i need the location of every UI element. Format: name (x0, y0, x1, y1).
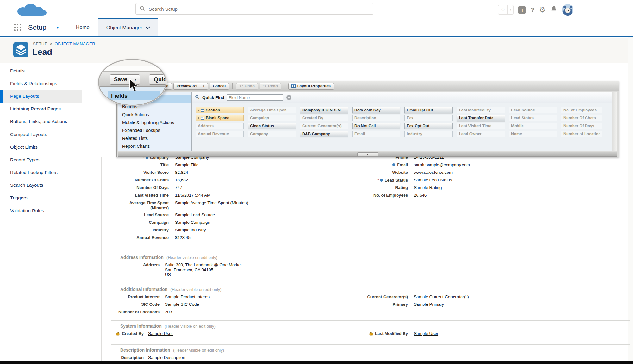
palette-item-d-b-company[interactable]: D&B Company (300, 131, 348, 137)
field-dot-icon (380, 179, 383, 182)
section-drag-handle-icon[interactable] (116, 348, 117, 352)
palette-item-last-modified-by[interactable]: Last Modified By (457, 107, 505, 113)
field-value-link[interactable]: Sample User (148, 330, 173, 337)
sidebar-item-compact-layouts[interactable]: Compact Layouts (0, 128, 82, 141)
palette-item-company-d-u-n-s-n[interactable]: Company D-U-N-S N... (300, 107, 348, 113)
search-setup-input[interactable] (148, 6, 369, 12)
sidebar-item-validation-rules[interactable]: Validation Rules (0, 204, 82, 217)
palette-item-fax-opt-out[interactable]: Fax Opt Out (404, 123, 453, 129)
section-drag-handle-icon[interactable] (116, 287, 117, 292)
palette-item-number-of-chats[interactable]: Number Of Chats (561, 115, 602, 121)
palette-item-email-opt-out[interactable]: Email Opt Out (404, 107, 453, 113)
sidebar-item-triggers[interactable]: Triggers (0, 191, 82, 204)
tab-home[interactable]: Home (68, 18, 98, 36)
favorites-star-icon[interactable]: ☆ (498, 5, 508, 14)
palette-collapse-button[interactable]: ▲ (357, 152, 378, 156)
palette-item-name[interactable]: Name (509, 131, 557, 137)
quick-find-input[interactable] (227, 94, 283, 101)
quick-find-label: Quick Find (202, 95, 224, 100)
palette-item-clean-status[interactable]: Clean Status (248, 123, 296, 129)
quick-save-button-magnified[interactable]: Quick Save (149, 74, 166, 85)
tab-object-manager[interactable]: Object Manager (98, 18, 158, 36)
layout-properties-button[interactable]: Layout Properties (288, 83, 334, 90)
palette-category-report-charts[interactable]: Report Charts (118, 142, 191, 150)
salesforce-logo-icon (14, 2, 49, 17)
palette-items-grid: SectionBlank SpaceAddressAnnual RevenueA… (192, 103, 612, 151)
palette-item-industry[interactable]: Industry (404, 131, 453, 137)
palette-item-blank-space[interactable]: Blank Space (196, 115, 244, 121)
palette-item-data-com-key[interactable]: Data.com Key (352, 107, 400, 113)
palette-item-address[interactable]: Address (196, 123, 244, 129)
palette-item-number-of-days[interactable]: Number Of Days (561, 123, 602, 129)
palette-item-campaign[interactable]: Campaign (248, 115, 296, 121)
sidebar-item-search-layouts[interactable]: Search Layouts (0, 179, 82, 191)
palette-item-lead-source[interactable]: Lead Source (509, 107, 557, 113)
palette-item-section[interactable]: Section (196, 107, 244, 113)
app-launcher-icon[interactable] (14, 24, 21, 31)
palette-item-lead-status[interactable]: Lead Status (509, 115, 557, 121)
object-sidebar: DetailsFields & RelationshipsPage Layout… (0, 63, 82, 361)
favorites-caret-icon[interactable]: ▼ (508, 9, 513, 11)
setup-gear-icon[interactable]: ⚙ (539, 6, 546, 14)
palette-item-lead-owner[interactable]: Lead Owner (457, 131, 505, 137)
sidebar-item-details[interactable]: Details (0, 64, 82, 77)
required-asterisk: * (377, 178, 379, 183)
cancel-button[interactable]: Cancel (210, 83, 229, 90)
notifications-bell-icon[interactable] (550, 5, 558, 14)
palette-item-email[interactable]: Email (352, 131, 400, 137)
palette-item-no-of-employees[interactable]: No. of Employees (561, 107, 602, 113)
palette-item-company[interactable]: Company (248, 131, 296, 137)
section-title: Description Information (120, 348, 170, 353)
palette-item-label: Email (354, 132, 365, 136)
undo-button[interactable]: ↶Undo (236, 83, 258, 90)
sidebar-item-related-lookup-filters[interactable]: Related Lookup Filters (0, 166, 82, 179)
favorites-control[interactable]: ☆ ▼ (498, 5, 514, 15)
palette-scrollbar[interactable] (612, 92, 617, 151)
tab-label: Home (76, 25, 90, 30)
field-value-link[interactable]: Sample User (414, 330, 438, 337)
field-value-line: San Francisco, CA 94105 (165, 267, 242, 273)
section-drag-handle-icon[interactable] (116, 324, 117, 328)
sidebar-item-object-limits[interactable]: Object Limits (0, 141, 82, 153)
app-caret-icon[interactable]: ▼ (56, 26, 60, 29)
chevron-down-icon[interactable] (145, 25, 150, 29)
field-row: AddressSuite 300, The Landmark @ One Mar… (112, 261, 335, 278)
help-icon[interactable]: ? (530, 6, 535, 14)
app-switcher[interactable]: Setup ▼ (14, 18, 59, 36)
palette-item-fax[interactable]: Fax (404, 115, 453, 121)
palette-item-number-of-locations[interactable]: Number of Locations (561, 131, 602, 137)
palette-item-last-transfer-date[interactable]: Last Transfer Date (457, 115, 505, 121)
sidebar-item-buttons-links-and-actions[interactable]: Buttons, Links, and Actions (0, 115, 82, 128)
global-actions-button[interactable]: + (518, 6, 526, 14)
sidebar-item-record-types[interactable]: Record Types (0, 153, 82, 166)
quick-find-icon (195, 95, 200, 101)
palette-item-label: Mobile (511, 124, 524, 128)
palette-item-mobile[interactable]: Mobile (509, 123, 557, 129)
palette-item-current-generator-s[interactable]: Current Generator(s) (300, 123, 348, 129)
palette-item-last-visited-time[interactable]: Last Visited Time (457, 123, 505, 129)
breadcrumb-object-manager[interactable]: OBJECT MANAGER (55, 41, 96, 46)
palette-category-mobile-lightning-actions[interactable]: Mobile & Lightning Actions (118, 119, 191, 127)
palette-item-created-by[interactable]: Created By (300, 115, 348, 121)
palette-item-description[interactable]: Description (352, 115, 400, 121)
sidebar-item-fields-relationships[interactable]: Fields & Relationships (0, 77, 82, 90)
magnifier-annotation: Save ▼ Quick Save Fields (98, 59, 166, 106)
palette-item-label: Lead Source (511, 108, 535, 112)
magnifier-bg (99, 66, 166, 71)
palette-category-related-lists[interactable]: Related Lists (118, 135, 191, 142)
field-value-link[interactable]: Sample Campaign (175, 219, 210, 226)
fields-category-magnified: Fields (108, 91, 160, 100)
palette-category-expanded-lookups[interactable]: Expanded Lookups (118, 127, 191, 135)
palette-item-average-time-spen[interactable]: Average Time Spen... (248, 107, 296, 113)
palette-category-quick-actions[interactable]: Quick Actions (118, 111, 191, 119)
quick-find-clear-icon[interactable] (286, 95, 291, 100)
palette-item-do-not-call[interactable]: Do Not Call (352, 123, 400, 129)
redo-button[interactable]: ↷Redo (260, 83, 281, 90)
user-avatar[interactable] (562, 4, 573, 16)
section-drag-handle-icon[interactable] (116, 255, 117, 260)
palette-item-annual-revenue[interactable]: Annual Revenue (196, 131, 244, 137)
sidebar-item-lightning-record-pages[interactable]: Lightning Record Pages (0, 103, 82, 115)
breadcrumb-separator: > (47, 41, 54, 46)
sidebar-item-page-layouts[interactable]: Page Layouts (0, 90, 82, 102)
preview-as-button[interactable]: Preview As...▼ (173, 83, 208, 90)
